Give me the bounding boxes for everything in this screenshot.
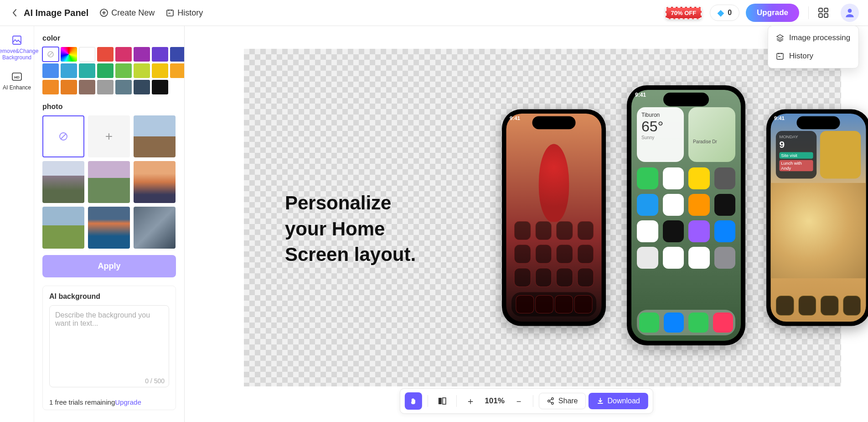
swatch-color[interactable] bbox=[115, 80, 132, 94]
ai-background-card: AI background 0 / 500 1 free trials rema… bbox=[42, 286, 176, 410]
swatch-picker[interactable] bbox=[61, 47, 77, 62]
phone-mockups: 9:41 9:41 Tiburon 65° Sunny bbox=[499, 85, 868, 345]
swatch-color[interactable] bbox=[115, 47, 132, 62]
page-title: AI Image Panel bbox=[24, 8, 88, 18]
svg-rect-14 bbox=[442, 398, 445, 404]
divider bbox=[808, 6, 809, 19]
swatch-color[interactable] bbox=[134, 47, 150, 62]
swatch-color[interactable] bbox=[170, 63, 185, 78]
create-new-button[interactable]: Create New bbox=[99, 8, 155, 18]
swatch-color[interactable] bbox=[97, 80, 114, 94]
zoom-out-button[interactable]: － bbox=[510, 392, 527, 410]
swatch-color[interactable] bbox=[115, 63, 132, 78]
hand-tool-button[interactable] bbox=[404, 392, 422, 410]
photo-option[interactable] bbox=[42, 207, 84, 249]
photo-none[interactable] bbox=[42, 115, 84, 157]
svg-rect-8 bbox=[13, 36, 21, 44]
swatch-color[interactable] bbox=[61, 80, 77, 94]
ai-bg-label: AI background bbox=[49, 292, 169, 301]
svg-rect-13 bbox=[438, 398, 441, 404]
swatch-color[interactable] bbox=[170, 47, 185, 62]
hd-icon: HD bbox=[11, 71, 23, 83]
color-section-label: color bbox=[42, 34, 176, 42]
color-swatch-grid bbox=[42, 47, 176, 94]
ai-background-input[interactable] bbox=[49, 305, 169, 387]
svg-point-16 bbox=[552, 398, 553, 400]
char-counter: 0 / 500 bbox=[45, 377, 165, 385]
photo-option[interactable] bbox=[134, 115, 176, 157]
user-icon bbox=[844, 7, 856, 19]
hero-text: Personalize your Home Screen layout. bbox=[285, 190, 416, 268]
trials-text: 1 free trials remainingUpgrade bbox=[49, 398, 169, 406]
zoom-in-button[interactable]: ＋ bbox=[462, 392, 479, 410]
compare-button[interactable] bbox=[433, 392, 450, 410]
popover-history[interactable]: History bbox=[768, 47, 858, 65]
credits-value: 0 bbox=[728, 9, 732, 17]
photo-option[interactable] bbox=[42, 161, 84, 203]
phone-mockup-2: 9:41 Tiburon 65° Sunny Paradise Dr bbox=[627, 85, 745, 345]
share-icon bbox=[547, 397, 555, 405]
topbar: AI Image Panel Create New History 70% OF… bbox=[0, 0, 868, 26]
swatch-color[interactable] bbox=[79, 63, 95, 78]
swatch-white[interactable] bbox=[79, 47, 95, 62]
credits-pill[interactable]: ◆ 0 bbox=[710, 5, 739, 21]
canvas-image[interactable]: Personalize your Home Screen layout. 9:4… bbox=[244, 49, 841, 386]
swatch-color[interactable] bbox=[152, 47, 168, 62]
promo-badge[interactable]: 70% OFF bbox=[666, 7, 702, 19]
zoom-value: 101% bbox=[482, 396, 507, 406]
swatch-color[interactable] bbox=[134, 63, 150, 78]
bottom-toolbar: ＋ 101% － Share Download bbox=[399, 388, 653, 414]
create-new-label: Create New bbox=[111, 8, 155, 18]
photo-option[interactable] bbox=[88, 207, 130, 249]
history-label: History bbox=[177, 8, 203, 18]
gem-icon: ◆ bbox=[718, 8, 724, 18]
rail-ai-enhance[interactable]: HD AI Enhance bbox=[0, 67, 34, 97]
svg-point-15 bbox=[548, 400, 550, 402]
download-button[interactable]: Download bbox=[589, 393, 648, 409]
avatar[interactable] bbox=[841, 4, 859, 22]
swatch-color[interactable] bbox=[97, 47, 114, 62]
swatch-color[interactable] bbox=[134, 80, 150, 94]
photo-grid: + bbox=[42, 115, 176, 249]
phone-mockup-1: 9:41 bbox=[502, 109, 606, 326]
swatch-color[interactable] bbox=[152, 63, 168, 78]
photo-option[interactable] bbox=[134, 161, 176, 203]
swatch-color[interactable] bbox=[152, 80, 168, 94]
layers-icon bbox=[775, 33, 785, 42]
photo-section-label: photo bbox=[42, 103, 176, 111]
svg-rect-4 bbox=[819, 14, 822, 17]
history-icon bbox=[165, 8, 175, 17]
history-icon bbox=[775, 52, 785, 61]
rail-remove-bg[interactable]: Remove&Change Background bbox=[0, 31, 34, 67]
tool-rail: Remove&Change Background HD AI Enhance bbox=[0, 26, 34, 422]
swatch-none[interactable] bbox=[42, 47, 59, 62]
upgrade-button[interactable]: Upgrade bbox=[746, 4, 799, 22]
svg-rect-3 bbox=[824, 8, 828, 12]
swatch-color[interactable] bbox=[42, 80, 59, 94]
remove-bg-icon bbox=[11, 34, 23, 46]
photo-option[interactable] bbox=[88, 161, 130, 203]
canvas-area[interactable]: Personalize your Home Screen layout. 9:4… bbox=[185, 26, 868, 422]
swatch-color[interactable] bbox=[97, 63, 114, 78]
svg-rect-5 bbox=[824, 14, 828, 17]
svg-rect-2 bbox=[819, 8, 822, 12]
apps-popover: Image processing History bbox=[768, 26, 859, 68]
phone-mockup-3: 9:41 MONDAY9Site visitLunch with Andy bbox=[766, 109, 868, 326]
back-button[interactable] bbox=[9, 7, 20, 18]
swatch-color[interactable] bbox=[79, 80, 95, 94]
apps-grid-button[interactable] bbox=[818, 6, 831, 19]
history-button[interactable]: History bbox=[165, 8, 203, 18]
swatch-color[interactable] bbox=[61, 63, 77, 78]
svg-point-17 bbox=[552, 402, 553, 404]
trials-upgrade-link[interactable]: Upgrade bbox=[115, 398, 141, 406]
swatch-color[interactable] bbox=[42, 63, 59, 78]
photo-option[interactable] bbox=[134, 207, 176, 249]
popover-image-processing[interactable]: Image processing bbox=[768, 29, 858, 47]
map-widget: Paradise Dr bbox=[688, 107, 735, 162]
download-icon bbox=[597, 397, 604, 405]
svg-point-6 bbox=[848, 9, 852, 13]
share-button[interactable]: Share bbox=[539, 393, 586, 409]
photo-add[interactable]: + bbox=[88, 115, 130, 157]
apply-button[interactable]: Apply bbox=[42, 255, 176, 277]
svg-text:HD: HD bbox=[14, 75, 20, 79]
